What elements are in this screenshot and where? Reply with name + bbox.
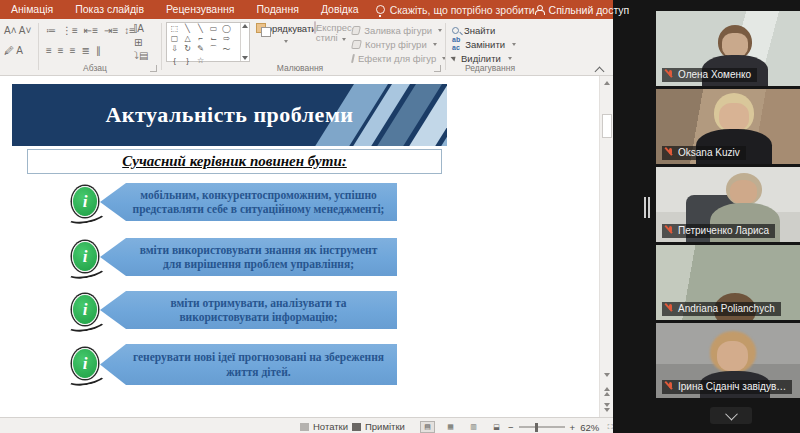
paragraph-dialog-launcher[interactable] — [150, 65, 157, 72]
shape-star-icon: ☆ — [196, 56, 205, 65]
shape-brace-left-icon: { — [170, 56, 179, 65]
normal-view-button[interactable]: ▤ — [420, 421, 435, 433]
shape-elbow-icon: ⌐ — [196, 34, 205, 43]
drawing-dialog-launcher[interactable] — [434, 65, 441, 72]
scroll-up-button[interactable] — [600, 76, 614, 90]
tab-slideshow[interactable]: Показ слайдів — [64, 0, 155, 19]
search-icon — [452, 27, 459, 34]
arrange-button[interactable]: Упорядкувати — [256, 23, 314, 45]
shapes-gallery-scroll[interactable] — [240, 23, 249, 61]
zoom-controls: − + 62% ⛶ — [508, 421, 613, 433]
scroll-down-icon — [242, 56, 248, 60]
decrease-indent-icon[interactable]: ⇤≡ — [84, 25, 98, 36]
bullet-text: вміти отримувати, аналізувати та викорис… — [130, 296, 387, 325]
text-direction-icon[interactable]: ⫿A — [134, 23, 148, 35]
shape-ellipse-icon: ◯ — [222, 24, 231, 33]
participant-video[interactable]: Петриченко Лариса — [656, 167, 800, 242]
group-divider — [38, 23, 39, 70]
font-group-fragment: A˄ A˅ — [4, 25, 31, 36]
notes-button[interactable]: Нотатки — [300, 421, 348, 432]
chevron-down-icon — [284, 40, 288, 43]
participant-video[interactable]: Олена Хоменко — [656, 11, 800, 86]
bullet-banner[interactable]: вміти отримувати, аналізувати та викорис… — [100, 291, 397, 329]
bullet-banner[interactable]: мобільним, конкурентоспроможним, успішно… — [100, 183, 397, 221]
shape-arc-icon: ⌒ — [209, 44, 218, 55]
mic-muted-icon — [666, 382, 674, 392]
justify-icon[interactable]: ≣ — [82, 45, 90, 56]
collapse-ribbon-icon[interactable] — [595, 64, 605, 71]
select-cursor-icon — [451, 54, 458, 61]
shape-outline-label: Контур фігури — [365, 39, 427, 50]
tab-view[interactable]: Подання — [245, 0, 309, 19]
previous-slide-button[interactable] — [600, 384, 614, 398]
slide-subtitle-shape[interactable]: Сучасний керівник повинен бути: — [27, 149, 442, 174]
scroll-up-icon — [242, 24, 248, 28]
zoom-in-button[interactable]: + — [570, 422, 576, 433]
quick-styles-button[interactable]: Експрес-стилі — [314, 23, 348, 43]
shape-effects-icon — [351, 54, 355, 63]
shape-fill-button[interactable]: Заливка фігури — [352, 23, 442, 37]
tab-animation[interactable]: Анімація — [0, 0, 64, 19]
select-label: Виділити — [461, 53, 501, 64]
scroll-down-button[interactable] — [600, 368, 614, 382]
participant-name-badge: Олена Хоменко — [662, 68, 757, 83]
align-center-icon[interactable]: ≡ — [58, 45, 64, 56]
fit-to-window-button[interactable]: ⛶ — [604, 421, 613, 433]
bullet-text: генерувати нові ідеї прогнозовані на збе… — [130, 350, 387, 379]
columns-icon[interactable]: ∥ — [96, 45, 101, 56]
bullet-banner[interactable]: вміти використовувати знання як інструме… — [100, 238, 397, 276]
increase-indent-icon[interactable]: ⇥≡ — [104, 25, 118, 36]
chevron-down-icon — [433, 43, 437, 46]
zoom-slider[interactable] — [519, 426, 565, 428]
vertical-scrollbar[interactable] — [599, 76, 613, 417]
participant-name: Andriana Polianchych — [678, 303, 775, 314]
slideshow-view-button[interactable]: ⬓ — [489, 421, 504, 433]
zoom-slider-knob[interactable] — [535, 423, 538, 432]
replace-button[interactable]: abac Замінити — [452, 37, 516, 51]
participant-video[interactable]: Oksana Kuziv — [656, 89, 800, 164]
bullet-text: мобільним, конкурентоспроможним, успішно… — [130, 188, 387, 217]
font-size-buttons-icon[interactable]: A˄ A˅ — [4, 25, 31, 36]
align-text-icon[interactable]: ⊞ — [134, 37, 148, 48]
tell-me-box[interactable]: Скажіть, що потрібно зробити — [376, 4, 535, 16]
font-color-icon[interactable]: 🖉 A — [4, 45, 23, 56]
participant-silhouette — [717, 341, 748, 371]
participant-silhouette — [722, 33, 748, 57]
find-button[interactable]: Знайти — [452, 23, 516, 37]
shape-format-column: Заливка фігури Контур фігури Ефекти для … — [352, 23, 442, 65]
participant-name-badge: Петриченко Лариса — [662, 224, 775, 239]
panel-resize-handle[interactable] — [644, 197, 651, 218]
shapes-gallery[interactable]: ⬚ ╲ ╲ ▭ ◯ ▢ △ ⌐ ⌙ ⇨ ⇩ ↻ ✎ ⌒ 〜 { } ☆ — [166, 22, 250, 62]
reading-view-button[interactable]: ▥ — [466, 421, 481, 433]
slide-canvas[interactable]: Актуальність проблеми Сучасний керівник … — [0, 76, 599, 417]
info-icon: i — [72, 241, 98, 272]
next-slide-button[interactable] — [600, 400, 614, 414]
zoom-out-button[interactable]: − — [508, 422, 514, 433]
participant-video[interactable]: Ірина Сіданіч завідув… — [656, 323, 800, 398]
share-label: Спільний доступ — [549, 4, 630, 16]
participant-video[interactable]: Andriana Polianchych — [656, 245, 800, 320]
tell-me-label: Скажіть, що потрібно зробити — [390, 4, 535, 16]
align-right-icon[interactable]: ≡ — [70, 45, 76, 56]
convert-smartart-icon[interactable]: ⤵▤ — [134, 50, 148, 61]
tab-help[interactable]: Довідка — [310, 0, 370, 19]
bullet-banner[interactable]: генерувати нові ідеї прогнозовані на збе… — [100, 344, 397, 385]
scrollbar-thumb[interactable] — [602, 114, 612, 138]
share-button[interactable]: Спільний доступ — [535, 4, 630, 16]
shape-line-icon: ╲ — [183, 24, 192, 33]
shape-arrow-down-icon: ⇩ — [170, 44, 179, 55]
bullets-icon[interactable]: ≔ — [46, 25, 56, 36]
chevron-down-icon — [342, 38, 346, 41]
quick-styles-label: Експрес-стилі — [316, 22, 355, 43]
collapse-gallery-button[interactable] — [710, 407, 752, 424]
shape-effects-button[interactable]: Ефекти для фігур — [352, 51, 442, 65]
slide-title-shape[interactable]: Актуальність проблеми — [12, 84, 447, 146]
slide-sorter-view-button[interactable]: ▦ — [443, 421, 458, 433]
tab-review[interactable]: Рецензування — [155, 0, 245, 19]
participant-silhouette — [730, 180, 757, 204]
comments-button[interactable]: Примітки — [352, 421, 405, 432]
align-left-icon[interactable]: ≡ — [46, 45, 52, 56]
editing-group-label: Редагування — [452, 63, 528, 73]
numbering-icon[interactable]: ⋮≡ — [62, 25, 78, 36]
shape-outline-button[interactable]: Контур фігури — [352, 37, 442, 51]
